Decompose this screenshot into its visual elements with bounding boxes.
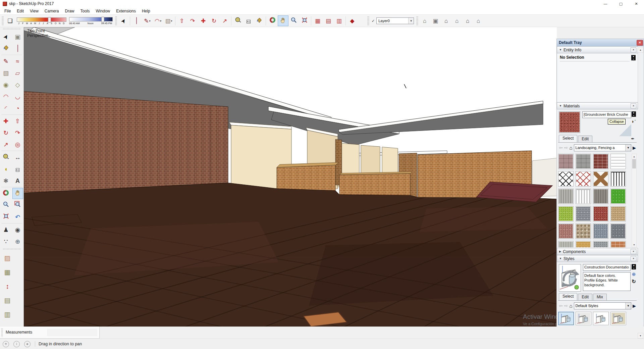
expand-arrow-icon[interactable]: ▶ [559, 250, 561, 253]
measurements-drag-handle[interactable] [1, 328, 3, 337]
entity-info-header[interactable]: ▼ Entity Info ✕ [557, 46, 638, 53]
styles-header[interactable]: ▼ Styles ✕ [557, 255, 638, 262]
dropdown-arrow-icon[interactable]: ▼ [408, 18, 414, 24]
details-menu-icon[interactable]: ▶ [633, 303, 636, 308]
menu-item-camera[interactable]: Camera [42, 8, 62, 14]
style-name-field[interactable]: Construction Documentatio [583, 264, 631, 271]
menu-item-tools[interactable]: Tools [77, 8, 93, 14]
menu-item-file[interactable]: File [1, 8, 14, 14]
eraser-tool-icon[interactable] [12, 43, 23, 54]
toolbar-drag-handle[interactable] [115, 16, 117, 26]
arc-tool-icon[interactable]: ◠▾ [153, 15, 163, 26]
zoom-tool-icon[interactable] [288, 15, 299, 26]
view-left-icon[interactable]: ⌂ [473, 15, 484, 26]
menu-item-draw[interactable]: Draw [62, 8, 77, 14]
style-thumb-style-gray[interactable] [576, 312, 591, 325]
entity-info-close-icon[interactable]: ✕ [631, 47, 636, 52]
styles-collection-dropdown[interactable]: Default Styles ▼ [574, 302, 631, 309]
in-model-icon[interactable]: ⌂ [569, 303, 572, 309]
scale-tool-icon[interactable]: ↗ [1, 139, 11, 150]
forward-arrow-icon[interactable]: ⇨ [564, 145, 568, 150]
text-tool-icon[interactable]: A1 [12, 163, 23, 174]
material-swatch-brick-pavers[interactable] [558, 154, 574, 169]
view-right-icon[interactable]: ⌂ [451, 15, 462, 26]
styles-tab-mix[interactable]: Mix [593, 294, 607, 300]
pan-tool-icon[interactable] [12, 188, 23, 199]
scroll-thumb[interactable] [632, 159, 636, 168]
tape-measure-tool-icon[interactable] [1, 152, 11, 163]
toggle-details-icon[interactable]: ▾+ [631, 55, 636, 60]
rectangle-tool-icon-dropdown[interactable]: ▾ [171, 19, 172, 22]
display-pane-icon[interactable]: ▾+ [632, 264, 636, 269]
materials-tab-edit[interactable]: Edit [578, 136, 592, 142]
update-style-icon[interactable]: ↻ [632, 279, 636, 284]
follow-me-tool-icon[interactable]: ↷ [12, 127, 23, 138]
material-swatch-river-rock[interactable] [576, 223, 591, 239]
view-front-icon[interactable]: ⌂ [441, 15, 451, 26]
material-swatch-barbed-wire[interactable] [610, 154, 626, 169]
pie-tool-icon[interactable]: ◔ [12, 103, 23, 114]
components-close-icon[interactable]: ✕ [631, 249, 636, 254]
material-swatch-gravel-tan[interactable] [610, 206, 626, 221]
layer-visible-check[interactable]: ✓ [372, 19, 375, 23]
section-plane-icon[interactable]: ▦ [312, 15, 323, 26]
tray-close-icon[interactable]: ✕ [637, 40, 643, 46]
protractor-tool-icon[interactable]: ◖ [1, 163, 11, 174]
polygon-tool-icon[interactable]: ◇ [12, 79, 23, 90]
view-top-icon[interactable]: ▣ [430, 15, 441, 26]
dimension-tool-icon[interactable]: ↔ [12, 152, 23, 163]
time-slider-handle[interactable] [101, 17, 104, 22]
menu-item-edit[interactable]: Edit [14, 8, 27, 14]
section-plane-tool-icon[interactable]: ⊕ [12, 236, 23, 247]
eraser-tool-icon[interactable] [131, 15, 142, 26]
material-swatch-grass-bright[interactable] [610, 189, 626, 204]
active-material-preview[interactable] [559, 111, 580, 133]
dropdown-arrow-icon[interactable]: ▼ [625, 145, 631, 151]
eyedropper-icon[interactable]: ✒ [631, 136, 635, 141]
zoom-window-tool-icon[interactable] [12, 200, 23, 211]
from-scratch-tool-icon[interactable]: ▦ [2, 265, 13, 279]
material-swatch-gravel-gray[interactable] [576, 206, 591, 221]
select-tool-icon[interactable]: ➤ [1, 31, 11, 42]
shadow-settings-icon[interactable]: ❑ [5, 15, 15, 26]
select-tool-icon[interactable]: ➤ [118, 15, 129, 26]
details-menu-icon[interactable]: ▶ [633, 145, 636, 150]
section-display-icon[interactable]: ▤ [323, 15, 334, 26]
zoom-extents-icon[interactable] [299, 15, 310, 26]
material-swatch-turf-light[interactable] [558, 206, 574, 221]
push-pull-tool-icon[interactable]: ⇧ [176, 15, 187, 26]
rotated-rectangle-tool-icon[interactable]: ▱ [12, 67, 23, 79]
freehand-tool-icon[interactable]: ≈ [12, 56, 23, 67]
material-swatch-crushed-brick-red[interactable] [593, 206, 608, 221]
forward-arrow-icon[interactable]: ⇨ [564, 303, 568, 308]
toolbar-drag-handle[interactable] [416, 16, 418, 26]
rectangle-tool-icon[interactable]: ▧▾ [163, 15, 174, 26]
menu-item-view[interactable]: View [27, 8, 42, 14]
tape-measure-tool-icon[interactable] [232, 15, 243, 26]
layer-dropdown[interactable]: Layer0▼ [376, 17, 414, 24]
circle-tool-icon[interactable]: ◉ [1, 79, 11, 90]
offset-tool-icon[interactable]: ◎ [12, 139, 23, 150]
material-swatch-metal-fence-white[interactable] [576, 189, 591, 204]
material-swatch-chainlink-black[interactable] [558, 171, 574, 187]
date-slider-handle[interactable] [48, 17, 51, 22]
position-camera-tool-icon[interactable]: ♟ [1, 224, 11, 235]
materials-tab-select[interactable]: Select [559, 135, 577, 142]
make-component-icon[interactable]: ▣ [12, 31, 23, 42]
from-contours-tool-icon[interactable]: ▨ [2, 251, 13, 265]
paint-bucket-tool-icon[interactable] [254, 15, 265, 26]
material-swatch-gravel-dark[interactable] [610, 223, 626, 239]
material-swatch-dark-red-brick[interactable] [593, 154, 608, 169]
scroll-up-icon[interactable]: ▲ [632, 154, 636, 159]
back-arrow-icon[interactable]: ⇦ [559, 145, 563, 150]
stamp-tool-icon[interactable]: ▤ [2, 293, 13, 307]
materials-close-icon[interactable]: ✕ [631, 103, 636, 108]
material-swatch-wood-cross[interactable] [593, 171, 608, 187]
axes-tool-icon[interactable]: ✱ [1, 175, 11, 186]
material-name-field[interactable]: [Groundcover Brick Crushe [582, 111, 631, 118]
style-thumb-style-tan[interactable] [610, 312, 626, 325]
orbit-tool-icon[interactable] [1, 188, 11, 199]
maximize-button[interactable]: ▢ [613, 0, 629, 7]
toolbar-drag-handle[interactable] [367, 16, 369, 26]
menu-item-help[interactable]: Help [139, 8, 153, 14]
